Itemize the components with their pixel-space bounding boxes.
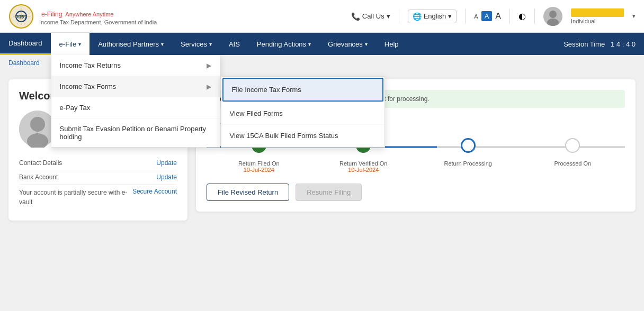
user-info: Individual bbox=[571, 8, 624, 24]
file-revised-return-button[interactable]: File Revised Return bbox=[207, 184, 289, 201]
dropdown-income-tax-forms[interactable]: Income Tax Forms ▶ bbox=[51, 76, 220, 97]
header-controls: 📞 Call Us ▾ 🌐 English ▾ A A A ◐ bbox=[351, 7, 636, 26]
language-selector[interactable]: 🌐 English ▾ bbox=[408, 10, 457, 23]
svg-point-9 bbox=[30, 117, 45, 132]
call-us-label: Call Us bbox=[362, 12, 384, 20]
label-processed: Processed On bbox=[521, 160, 625, 173]
nav-item-help[interactable]: Help bbox=[376, 33, 407, 55]
dropdown-submit-petition[interactable]: Submit Tax Evasion Petition or Benami Pr… bbox=[51, 118, 220, 147]
submenu-file-forms-label: File Income Tax Forms bbox=[232, 86, 301, 94]
forms-arrow-icon: ▶ bbox=[207, 83, 211, 90]
nav-efile-label: e-File bbox=[59, 40, 77, 48]
income-tax-forms-wrapper: Income Tax Forms ▶ File Income Tax Forms… bbox=[51, 76, 220, 97]
logo-efiling-main: e-Filing bbox=[41, 11, 62, 18]
label-processing: Return Processing bbox=[416, 160, 521, 173]
secure-row: Your account is partially secure with e-… bbox=[19, 185, 177, 210]
verified-date: 10-Jul-2024 bbox=[311, 167, 416, 173]
filed-label: Return Filed On bbox=[207, 160, 311, 167]
submenu-15ca-label: View 15CA Bulk Filed Forms Status bbox=[230, 132, 338, 140]
session-time-value: 1 4 : 4 0 bbox=[611, 40, 636, 48]
label-filed: Return Filed On 10-Jul-2024 bbox=[207, 160, 311, 173]
grievances-chevron-icon: ▾ bbox=[365, 41, 368, 47]
secure-account-link[interactable]: Secure Account bbox=[132, 188, 177, 195]
progress-node-processed bbox=[521, 138, 625, 157]
government-emblem-icon: भारत bbox=[8, 4, 34, 29]
progress-labels: Return Filed On 10-Jul-2024 Return Verif… bbox=[207, 160, 625, 173]
nav-pending-label: Pending Actions bbox=[257, 40, 306, 48]
processed-label: Processed On bbox=[521, 160, 625, 167]
dropdown-forms-label: Income Tax Forms bbox=[60, 83, 117, 90]
call-us-button[interactable]: 📞 Call Us ▾ bbox=[351, 12, 390, 21]
logo-efiling-text: e-FilingAnywhere Anytime bbox=[39, 7, 157, 19]
bank-account-label: Bank Account bbox=[19, 173, 58, 181]
font-controls: A A A bbox=[474, 11, 501, 21]
nav-item-authorised-partners[interactable]: Authorised Partners ▾ bbox=[90, 33, 172, 55]
logo-area: भारत e-FilingAnywhere Anytime Income Tax… bbox=[8, 4, 351, 29]
globe-icon: 🌐 bbox=[413, 12, 422, 21]
session-label: Session Time bbox=[564, 40, 605, 48]
lang-chevron-icon: ▾ bbox=[448, 12, 452, 20]
efile-dropdown: Income Tax Returns ▶ Income Tax Forms ▶ … bbox=[51, 55, 220, 148]
filed-date: 10-Jul-2024 bbox=[207, 167, 311, 173]
svg-text:भारत: भारत bbox=[16, 14, 26, 20]
submenu-view-15ca-bulk[interactable]: View 15CA Bulk Filed Forms Status bbox=[221, 125, 384, 147]
contact-details-label: Contact Details bbox=[19, 159, 62, 167]
dropdown-epay-tax[interactable]: e-Pay Tax bbox=[51, 97, 220, 118]
call-chevron-icon: ▾ bbox=[387, 12, 390, 20]
avatar-icon bbox=[543, 7, 562, 26]
e-file-menu-wrapper: e-File ▾ Income Tax Returns ▶ Income Tax… bbox=[51, 33, 90, 55]
bank-account-row: Bank Account Update bbox=[19, 170, 177, 185]
divider-4 bbox=[534, 9, 535, 24]
svg-point-6 bbox=[549, 11, 557, 18]
dropdown-petition-label: Submit Tax Evasion Petition or Benami Pr… bbox=[60, 125, 211, 141]
nav-item-dashboard[interactable]: Dashboard bbox=[0, 33, 51, 55]
header: भारत e-FilingAnywhere Anytime Income Tax… bbox=[0, 0, 644, 33]
font-medium-button[interactable]: A bbox=[481, 11, 493, 21]
nav-services-label: Services bbox=[181, 40, 207, 48]
phone-icon: 📞 bbox=[351, 12, 360, 21]
logo-text: e-FilingAnywhere Anytime Income Tax Depa… bbox=[39, 7, 157, 25]
verified-label: Return Verified On bbox=[311, 160, 416, 167]
services-chevron-icon: ▾ bbox=[209, 41, 212, 47]
nav-item-pending-actions[interactable]: Pending Actions ▾ bbox=[248, 33, 319, 55]
bank-account-update-link[interactable]: Update bbox=[156, 173, 177, 181]
font-large-button[interactable]: A bbox=[495, 12, 501, 21]
partners-chevron-icon: ▾ bbox=[161, 41, 164, 47]
income-tax-forms-submenu: File Income Tax Forms View Filed Forms V… bbox=[221, 76, 385, 148]
nav-ais-label: AIS bbox=[229, 40, 240, 48]
nav-item-grievances[interactable]: Grievances ▾ bbox=[319, 33, 376, 55]
efile-chevron-icon: ▾ bbox=[78, 41, 81, 47]
user-type-label: Individual bbox=[571, 18, 624, 24]
nav-item-efile[interactable]: e-File ▾ bbox=[51, 33, 90, 55]
dropdown-returns-label: Income Tax Returns bbox=[60, 61, 121, 69]
nav-item-ais[interactable]: AIS bbox=[220, 33, 248, 55]
progress-node-processing bbox=[416, 138, 521, 157]
user-chevron-icon: ▾ bbox=[632, 13, 636, 20]
breadcrumb-text: Dashboard bbox=[8, 59, 40, 67]
returns-arrow-icon: ▶ bbox=[207, 62, 211, 69]
nav-grievances-label: Grievances bbox=[328, 40, 363, 48]
dropdown-income-tax-returns[interactable]: Income Tax Returns ▶ bbox=[51, 55, 220, 76]
contact-details-row: Contact Details Update bbox=[19, 156, 177, 170]
logo-subtitle: Income Tax Department, Government of Ind… bbox=[39, 19, 157, 25]
secure-account-text: Your account is partially secure with e-… bbox=[19, 188, 128, 207]
node-processing-circle bbox=[461, 138, 476, 153]
label-verified: Return Verified On 10-Jul-2024 bbox=[311, 160, 416, 173]
session-time: Session Time 1 4 : 4 0 bbox=[555, 40, 644, 48]
user-name-bar bbox=[571, 8, 624, 17]
submenu-view-filed-forms[interactable]: View Filed Forms bbox=[221, 103, 384, 125]
submenu-view-filed-label: View Filed Forms bbox=[230, 109, 283, 117]
language-label: English bbox=[424, 12, 446, 20]
contrast-button[interactable]: ◐ bbox=[518, 11, 526, 21]
divider-1 bbox=[399, 9, 399, 24]
main-navigation: Dashboard e-File ▾ Income Tax Returns ▶ … bbox=[0, 33, 644, 55]
font-small-button[interactable]: A bbox=[474, 13, 478, 20]
pending-chevron-icon: ▾ bbox=[308, 41, 311, 47]
submenu-file-income-tax-forms[interactable]: File Income Tax Forms bbox=[222, 78, 383, 102]
nav-partners-label: Authorised Partners bbox=[98, 40, 159, 48]
divider-3 bbox=[509, 9, 510, 24]
contact-details-update-link[interactable]: Update bbox=[156, 159, 177, 167]
dropdown-epay-label: e-Pay Tax bbox=[60, 104, 91, 112]
logo-tagline: Anywhere Anytime bbox=[65, 11, 113, 17]
nav-item-services[interactable]: Services ▾ bbox=[172, 33, 220, 55]
